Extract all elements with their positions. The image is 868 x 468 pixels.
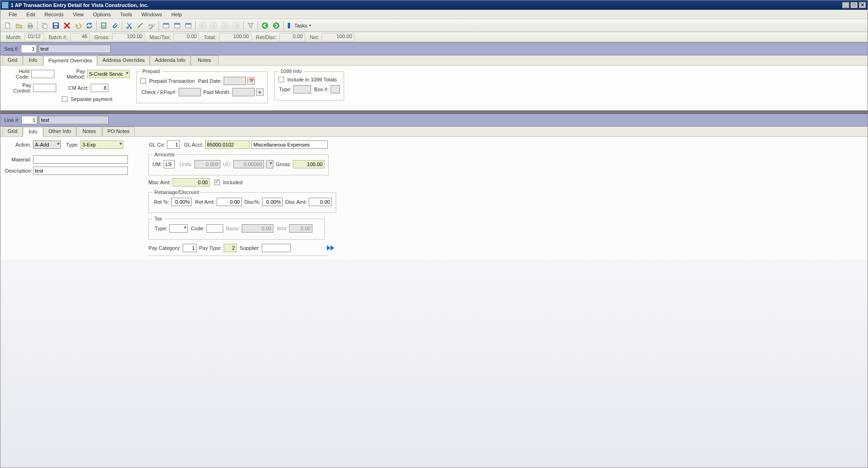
calculator-icon[interactable] bbox=[99, 20, 109, 31]
go-back-icon[interactable] bbox=[260, 20, 270, 31]
svg-rect-9 bbox=[101, 23, 106, 28]
brush-icon[interactable] bbox=[135, 20, 146, 31]
copy-icon[interactable] bbox=[40, 20, 50, 31]
seq-num-field[interactable] bbox=[21, 45, 37, 53]
tab-notes[interactable]: Notes bbox=[191, 55, 219, 65]
tab-payment-overrides[interactable]: Payment Overrides bbox=[43, 56, 97, 66]
pay-method-dropdown[interactable] bbox=[87, 70, 130, 78]
new-icon[interactable] bbox=[3, 20, 13, 31]
attach-icon[interactable] bbox=[110, 20, 120, 31]
included-checkbox[interactable] bbox=[214, 180, 220, 185]
cut-icon[interactable] bbox=[124, 20, 134, 31]
seq-desc-field[interactable] bbox=[39, 45, 111, 53]
uc-field[interactable] bbox=[233, 160, 264, 168]
tab-po-notes[interactable]: PO Notes bbox=[102, 127, 135, 136]
next-page-icon[interactable] bbox=[326, 243, 336, 253]
tab-detail-grid[interactable]: Grid bbox=[2, 127, 23, 136]
glacct-field[interactable] bbox=[205, 140, 250, 149]
check-epay-field[interactable] bbox=[179, 88, 201, 96]
gross-label: Gross: bbox=[94, 34, 109, 40]
type-1099-field[interactable] bbox=[293, 85, 311, 94]
retpct-field[interactable] bbox=[171, 198, 192, 206]
nav-last-icon[interactable] bbox=[231, 20, 241, 31]
um-field[interactable] bbox=[164, 160, 175, 168]
supplier-field[interactable] bbox=[262, 244, 291, 252]
tab-address-overrides[interactable]: Address Overrides bbox=[97, 55, 150, 65]
discpct-field[interactable] bbox=[262, 198, 283, 206]
tax-amt-field[interactable] bbox=[289, 224, 312, 233]
misc-amt-field[interactable] bbox=[172, 178, 210, 187]
window1-icon[interactable] bbox=[161, 20, 171, 31]
save-icon[interactable] bbox=[51, 20, 61, 31]
description-field[interactable] bbox=[33, 167, 128, 175]
tab-detail-info[interactable]: Info bbox=[23, 127, 43, 137]
tab-detail-notes[interactable]: Notes bbox=[76, 127, 102, 136]
menu-edit[interactable]: Edit bbox=[22, 11, 40, 18]
include-1099-checkbox[interactable] bbox=[278, 77, 284, 82]
net-value: 100.00 bbox=[322, 33, 354, 41]
flag-icon bbox=[288, 23, 292, 28]
pay-type-field[interactable] bbox=[224, 244, 237, 252]
tax-type-dropdown[interactable] bbox=[169, 224, 188, 233]
line-desc-field[interactable] bbox=[39, 116, 109, 124]
menu-file[interactable]: File bbox=[4, 11, 22, 18]
window3-icon[interactable] bbox=[183, 20, 193, 31]
close-button[interactable]: ✕ bbox=[859, 2, 866, 8]
glco-label: GL Co: bbox=[148, 142, 165, 147]
tab-info[interactable]: Info bbox=[23, 55, 43, 65]
tasks-dropdown[interactable]: Tasks ▾ bbox=[285, 22, 314, 29]
line-num-field[interactable] bbox=[21, 116, 37, 124]
paid-month-field[interactable] bbox=[232, 88, 255, 96]
app-icon bbox=[2, 2, 8, 8]
maximize-button[interactable]: □ bbox=[850, 2, 858, 8]
spellcheck-icon[interactable]: ABC bbox=[146, 20, 157, 31]
paid-date-field[interactable] bbox=[224, 77, 246, 85]
glco-field[interactable] bbox=[167, 140, 180, 149]
undo-icon[interactable] bbox=[73, 20, 83, 31]
open-icon[interactable] bbox=[14, 20, 24, 31]
window2-icon[interactable] bbox=[172, 20, 182, 31]
nav-next-icon[interactable] bbox=[220, 20, 230, 31]
tab-other-info[interactable]: Other Info bbox=[43, 127, 76, 136]
tab-grid[interactable]: Grid bbox=[2, 55, 23, 65]
tab-addenda-info[interactable]: Addenda Info bbox=[150, 55, 190, 65]
material-field[interactable] bbox=[33, 155, 128, 164]
action-dropdown[interactable] bbox=[33, 140, 61, 149]
retdisc-legend: Retainage/Discount bbox=[152, 189, 201, 195]
cm-acct-field[interactable] bbox=[91, 84, 108, 92]
tax-basis-field[interactable] bbox=[242, 224, 273, 233]
menu-windows[interactable]: Windows bbox=[137, 11, 167, 18]
month-value: 01/12 bbox=[25, 33, 44, 41]
uc-dropdown[interactable] bbox=[266, 160, 273, 168]
box-1099-field[interactable] bbox=[331, 85, 340, 94]
tax-code-field[interactable] bbox=[206, 224, 223, 233]
menu-options[interactable]: Options bbox=[88, 11, 115, 18]
discamt-field[interactable] bbox=[309, 198, 332, 206]
nav-prev-icon[interactable] bbox=[209, 20, 219, 31]
units-field[interactable] bbox=[194, 160, 220, 168]
filter-icon[interactable] bbox=[245, 20, 256, 31]
pay-category-field[interactable] bbox=[183, 244, 197, 252]
prepaid-transaction-checkbox[interactable] bbox=[140, 78, 146, 84]
menu-help[interactable]: Help bbox=[167, 11, 187, 18]
calendar-icon[interactable]: 📅 bbox=[247, 77, 255, 85]
refresh-icon[interactable] bbox=[84, 20, 94, 31]
menu-view[interactable]: View bbox=[68, 11, 89, 18]
nav-first-icon[interactable] bbox=[198, 20, 208, 31]
pay-type-label: Pay Type: bbox=[199, 245, 222, 251]
include-1099-label: Include in 1099 Totals bbox=[287, 77, 337, 82]
delete-icon[interactable] bbox=[62, 20, 72, 31]
separate-payment-checkbox[interactable] bbox=[62, 96, 67, 102]
gross-detail-field[interactable] bbox=[293, 160, 325, 168]
menu-records[interactable]: Records bbox=[40, 11, 68, 18]
print-icon[interactable] bbox=[25, 20, 35, 31]
svg-point-24 bbox=[262, 22, 268, 29]
minimize-button[interactable]: _ bbox=[842, 2, 849, 8]
menu-tools[interactable]: Tools bbox=[115, 11, 137, 18]
month-spinner-icon[interactable]: ≑ bbox=[256, 88, 264, 96]
go-forward-icon[interactable] bbox=[271, 20, 281, 31]
hold-code-field[interactable] bbox=[31, 70, 54, 78]
retamt-field[interactable] bbox=[217, 198, 242, 206]
type-dropdown[interactable] bbox=[80, 140, 123, 149]
pay-control-field[interactable] bbox=[33, 84, 56, 92]
